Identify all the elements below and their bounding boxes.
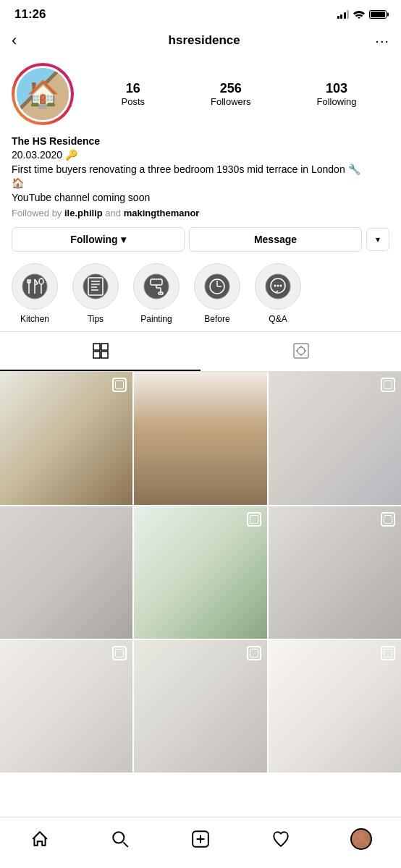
svg-point-41 [358,833,364,839]
svg-rect-33 [101,352,108,358]
tab-grid[interactable] [0,332,200,371]
highlight-painting-circle [133,263,180,310]
status-bar: 11:26 [0,0,401,25]
followers-count: 256 [220,81,242,96]
highlight-tips-label: Tips [88,314,104,324]
wifi-icon [353,10,365,19]
highlight-painting-label: Painting [140,314,172,324]
svg-rect-31 [101,344,108,350]
following-count: 103 [326,81,347,96]
status-time: 11:26 [14,7,46,22]
highlight-qa[interactable]: Q&A [255,263,301,324]
highlights-row: Kitchen Tips [0,263,401,331]
stats-row: 16 Posts 256 Followers 103 Following [88,81,389,107]
highlight-tips[interactable]: Tips [72,263,119,324]
svg-point-27 [274,285,277,287]
avatar-photo [17,68,69,120]
tab-tagged[interactable] [200,332,401,371]
svg-rect-32 [93,352,100,358]
search-nav-button[interactable] [106,825,135,854]
avatar[interactable] [12,63,74,125]
grid-item[interactable] [269,372,401,504]
dropdown-chevron-icon: ▾ [376,234,380,244]
message-label: Message [254,234,297,245]
bottom-nav [0,817,401,868]
back-button[interactable]: ‹ [12,31,33,50]
following-label: Following [317,96,357,107]
svg-point-35 [297,347,305,354]
grid-item[interactable] [134,506,266,639]
highlight-before-circle [194,263,240,310]
status-icons [337,10,387,19]
svg-point-28 [277,285,279,287]
highlight-kitchen-circle [12,263,58,310]
following-label: Following [70,234,117,245]
svg-point-29 [280,285,282,287]
multi-photo-icon [247,512,261,527]
highlight-before[interactable]: Before [194,263,240,324]
grid-item[interactable] [0,640,132,773]
add-icon [191,830,210,848]
followed-by: Followed by ile.philip and makingthemano… [12,208,389,218]
highlight-painting[interactable]: Painting [133,263,180,324]
posts-label: Posts [121,96,145,107]
multi-photo-icon [247,646,261,660]
multi-photo-icon [381,378,395,392]
nav-avatar [350,828,372,850]
svg-rect-30 [93,344,100,350]
grid-item[interactable] [134,372,266,504]
profile-section: 16 Posts 256 Followers 103 Following [0,56,401,125]
svg-point-36 [113,832,124,843]
add-nav-button[interactable] [186,825,215,854]
nav-bar: ‹ hsresidence ··· [0,25,401,56]
avatar-inner [14,66,71,122]
action-buttons: Following ▾ Message ▾ [0,227,401,263]
following-button[interactable]: Following ▾ [12,227,185,252]
grid-item[interactable] [269,640,401,773]
tagged-icon [292,342,310,359]
highlight-kitchen[interactable]: Kitchen [12,263,58,324]
bio-text: 20.03.2020 🔑 First time buyers renovatin… [12,148,389,205]
message-button[interactable]: Message [189,227,362,252]
profile-username-title: hsresidence [169,33,240,48]
view-tabs [0,331,401,372]
stat-posts[interactable]: 16 Posts [121,81,145,107]
followed-user-2[interactable]: makingthemanor [124,208,200,218]
grid-icon [92,342,109,359]
home-icon [30,830,49,848]
multi-photo-icon [381,646,395,660]
profile-name: The HS Residence [12,135,389,147]
highlight-before-label: Before [204,314,229,324]
followed-user-1[interactable]: ile.philip [64,208,103,218]
posts-count: 16 [126,81,140,96]
highlight-tips-circle [72,263,119,310]
grid-item[interactable] [0,506,132,639]
profile-nav-button[interactable] [347,825,376,854]
grid-item[interactable] [0,372,132,504]
avatar-ring [12,63,74,125]
highlight-qa-circle [255,263,301,310]
home-nav-button[interactable] [25,825,54,854]
photo-grid [0,372,401,773]
highlight-qa-label: Q&A [269,314,287,324]
signal-icon [337,10,350,19]
search-icon [111,830,130,848]
bio-section: The HS Residence 20.03.2020 🔑 First time… [0,135,401,227]
profile-header: 16 Posts 256 Followers 103 Following [12,63,389,125]
followers-label: Followers [211,96,251,107]
multi-photo-icon [112,378,127,392]
grid-item[interactable] [134,640,266,773]
battery-icon [369,10,387,19]
highlight-kitchen-label: Kitchen [20,314,49,324]
more-dropdown-button[interactable]: ▾ [366,228,389,251]
multi-photo-icon [381,512,395,527]
heart-icon [271,830,290,848]
svg-line-37 [124,842,129,847]
more-options-button[interactable]: ··· [375,33,389,49]
grid-item[interactable] [269,506,401,639]
multi-photo-icon [112,646,127,660]
heart-nav-button[interactable] [266,825,295,854]
stat-followers[interactable]: 256 Followers [211,81,251,107]
stat-following[interactable]: 103 Following [317,81,357,107]
following-chevron-icon: ▾ [121,234,126,245]
